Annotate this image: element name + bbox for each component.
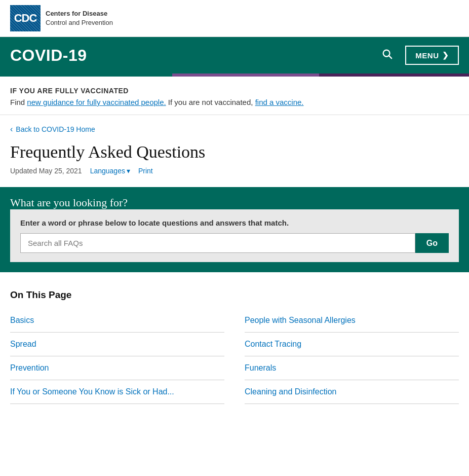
- org-name-line2: Control and Prevention: [46, 19, 113, 26]
- links-left-col: Basics Spread Prevention If You or Someo…: [10, 309, 224, 404]
- links-grid: Basics Spread Prevention If You or Someo…: [10, 309, 459, 404]
- cdc-org-text: Centers for Disease Control and Preventi…: [46, 9, 113, 27]
- top-bar: CDC Centers for Disease Control and Prev…: [0, 0, 469, 37]
- languages-dropdown-icon: ▾: [127, 167, 130, 175]
- text-before: Find: [10, 98, 27, 106]
- pb-teal: [0, 74, 172, 77]
- new-guidance-link[interactable]: new guidance for fully vaccinated people…: [27, 98, 166, 106]
- links-right-col: People with Seasonal Allergies Contact T…: [245, 309, 459, 404]
- meta-row: Updated May 25, 2021 Languages ▾ Print: [10, 167, 459, 175]
- menu-label: MENU: [415, 51, 439, 60]
- sick-link[interactable]: If You or Someone You Know is Sick or Ha…: [10, 387, 174, 396]
- search-inner: Enter a word or phrase below to locate q…: [10, 209, 459, 262]
- go-button[interactable]: Go: [415, 233, 449, 253]
- search-input[interactable]: [20, 233, 415, 253]
- search-section: What are you looking for? Enter a word o…: [0, 187, 469, 272]
- search-icon: [381, 48, 393, 59]
- nav-actions: MENU ❯: [379, 46, 459, 65]
- contact-tracing-link[interactable]: Contact Tracing: [245, 340, 301, 348]
- cdc-logo: CDC Centers for Disease Control and Prev…: [10, 5, 113, 31]
- search-icon-button[interactable]: [379, 46, 395, 65]
- pb-purple: [172, 74, 319, 77]
- spread-link[interactable]: Spread: [10, 340, 36, 348]
- menu-arrow-icon: ❯: [442, 51, 449, 60]
- svg-line-1: [389, 56, 392, 58]
- on-this-page-heading: On This Page: [10, 289, 459, 301]
- pb-dark-purple: [319, 74, 469, 77]
- menu-button[interactable]: MENU ❯: [405, 46, 459, 65]
- seasonal-allergies-link[interactable]: People with Seasonal Allergies: [245, 316, 356, 324]
- vaccine-notice: IF YOU ARE FULLY VACCINATED Find new gui…: [0, 77, 469, 115]
- list-item: If You or Someone You Know is Sick or Ha…: [10, 380, 224, 404]
- list-item: Cleaning and Disinfection: [245, 380, 459, 404]
- search-row: Go: [20, 233, 449, 253]
- updated-date: Updated May 25, 2021: [10, 167, 82, 175]
- page-title: Frequently Asked Questions: [10, 142, 459, 162]
- find-vaccine-link[interactable]: find a vaccine.: [255, 98, 304, 106]
- vaccine-notice-label: IF YOU ARE FULLY VACCINATED: [10, 87, 459, 95]
- vaccine-notice-text: Find new guidance for fully vaccinated p…: [10, 98, 459, 106]
- back-link[interactable]: ‹ Back to COVID-19 Home: [10, 125, 459, 133]
- on-this-page: On This Page Basics Spread Prevention If…: [0, 284, 469, 404]
- chevron-left-icon: ‹: [10, 125, 13, 133]
- list-item: Funerals: [245, 356, 459, 380]
- list-item: People with Seasonal Allergies: [245, 309, 459, 333]
- org-name-line1: Centers for Disease: [46, 9, 113, 18]
- main-content: ‹ Back to COVID-19 Home Frequently Asked…: [0, 115, 469, 175]
- covid-title: COVID-19: [10, 46, 87, 65]
- progress-bar: [0, 74, 469, 77]
- funerals-link[interactable]: Funerals: [245, 363, 276, 372]
- prevention-link[interactable]: Prevention: [10, 363, 49, 372]
- covid-nav: COVID-19 MENU ❯: [0, 37, 469, 74]
- basics-link[interactable]: Basics: [10, 316, 34, 324]
- cleaning-link[interactable]: Cleaning and Disinfection: [245, 387, 336, 396]
- search-heading: What are you looking for?: [10, 196, 459, 209]
- languages-label: Languages: [90, 167, 125, 175]
- list-item: Basics: [10, 309, 224, 333]
- print-link[interactable]: Print: [138, 167, 153, 175]
- languages-button[interactable]: Languages ▾: [90, 167, 130, 175]
- list-item: Contact Tracing: [245, 333, 459, 356]
- back-link-label: Back to COVID-19 Home: [16, 125, 95, 133]
- cdc-logo-box: CDC: [10, 5, 41, 31]
- search-description: Enter a word or phrase below to locate q…: [20, 218, 449, 227]
- list-item: Spread: [10, 333, 224, 356]
- text-middle: If you are not vaccinated,: [166, 98, 255, 106]
- cdc-abbr: CDC: [14, 12, 37, 25]
- list-item: Prevention: [10, 356, 224, 380]
